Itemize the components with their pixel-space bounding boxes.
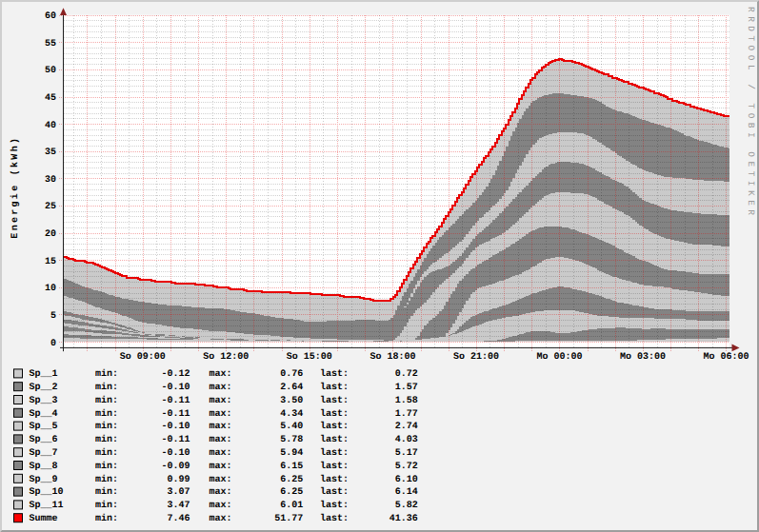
svg-text:min:: min: [95, 421, 118, 432]
svg-text:Sp__6: Sp__6 [30, 435, 58, 445]
svg-text:O: O [746, 113, 756, 119]
svg-text:So 18:00: So 18:00 [370, 352, 415, 363]
svg-text:Sp__7: Sp__7 [30, 448, 58, 459]
svg-text:5.78: 5.78 [280, 435, 303, 445]
svg-text:5.17: 5.17 [395, 448, 418, 459]
svg-text:last:: last: [320, 474, 349, 485]
svg-text:So 09:00: So 09:00 [120, 352, 166, 363]
svg-text:10: 10 [45, 284, 56, 294]
svg-text:6.15: 6.15 [280, 462, 303, 472]
svg-text:last:: last: [320, 382, 349, 393]
svg-text:min:: min: [95, 513, 118, 524]
svg-text:Sp__10: Sp__10 [30, 487, 64, 498]
svg-text:max:: max: [210, 435, 232, 445]
svg-text:Mo 06:00: Mo 06:00 [703, 352, 749, 363]
svg-text:1.77: 1.77 [395, 409, 418, 420]
svg-text:E: E [746, 200, 756, 206]
svg-text:O: O [746, 151, 756, 157]
svg-text:min:: min: [95, 408, 118, 420]
svg-text:-0.11: -0.11 [161, 409, 190, 420]
svg-text:51.77: 51.77 [274, 514, 303, 524]
svg-text:Mo 03:00: Mo 03:00 [620, 352, 666, 363]
svg-text:Sp__1: Sp__1 [30, 369, 58, 380]
svg-text:max:: max: [210, 396, 232, 406]
svg-text:0.76: 0.76 [280, 369, 303, 380]
svg-text:5.94: 5.94 [280, 448, 303, 459]
svg-text:Sp__11: Sp__11 [30, 501, 64, 511]
svg-text:min:: min: [95, 395, 118, 406]
svg-text:Mo 00:00: Mo 00:00 [536, 352, 582, 363]
svg-text:-0.10: -0.10 [161, 422, 190, 432]
svg-text:O: O [746, 55, 756, 61]
svg-text:So 12:00: So 12:00 [203, 352, 249, 363]
svg-text:last:: last: [320, 447, 349, 459]
svg-text:max:: max: [210, 462, 232, 472]
svg-text:-0.10: -0.10 [161, 383, 190, 393]
svg-text:last:: last: [320, 408, 349, 420]
svg-text:15: 15 [45, 257, 56, 267]
svg-text:41.36: 41.36 [389, 514, 418, 524]
svg-text:0.99: 0.99 [167, 475, 190, 485]
svg-text:2.64: 2.64 [280, 383, 303, 393]
svg-text:0: 0 [50, 339, 56, 349]
svg-text:max:: max: [210, 448, 232, 459]
svg-text:55: 55 [45, 39, 56, 49]
svg-text:6.10: 6.10 [395, 475, 418, 485]
svg-text:4.03: 4.03 [395, 435, 418, 445]
svg-text:6.25: 6.25 [280, 475, 303, 485]
svg-text:max:: max: [210, 514, 232, 524]
svg-text:min:: min: [95, 447, 118, 459]
svg-text:45: 45 [45, 93, 56, 104]
svg-text:L: L [746, 65, 756, 70]
svg-text:T: T [746, 104, 756, 109]
svg-text:-0.11: -0.11 [161, 396, 190, 406]
svg-text:So 21:00: So 21:00 [453, 352, 499, 363]
svg-text:max:: max: [210, 487, 232, 498]
svg-text:Sp__9: Sp__9 [30, 475, 58, 485]
svg-text:1.58: 1.58 [395, 396, 418, 406]
svg-text:min:: min: [95, 486, 118, 498]
svg-text:I: I [746, 181, 756, 187]
svg-text:min:: min: [95, 461, 118, 472]
svg-text:max:: max: [210, 475, 232, 485]
svg-text:max:: max: [210, 383, 232, 393]
svg-text:3.50: 3.50 [280, 396, 303, 406]
svg-text:I: I [746, 132, 756, 138]
svg-text:max:: max: [210, 369, 232, 380]
svg-text:0.72: 0.72 [395, 369, 418, 380]
svg-text:6.25: 6.25 [280, 487, 303, 498]
svg-text:50: 50 [45, 66, 56, 76]
svg-text:D: D [746, 26, 756, 31]
svg-text:Sp__3: Sp__3 [30, 396, 58, 406]
svg-text:5.40: 5.40 [280, 422, 303, 432]
svg-text:5.82: 5.82 [395, 501, 418, 511]
svg-text:max:: max: [210, 409, 232, 420]
svg-text:60: 60 [45, 11, 56, 22]
svg-text:last:: last: [320, 500, 349, 511]
svg-text:B: B [746, 123, 756, 128]
svg-text:R: R [746, 16, 756, 22]
svg-text:max:: max: [210, 501, 232, 511]
svg-text:last:: last: [320, 395, 349, 406]
svg-text:last:: last: [320, 368, 349, 380]
svg-text:-0.09: -0.09 [161, 462, 190, 472]
svg-text:20: 20 [45, 229, 56, 240]
svg-text:last:: last: [320, 421, 349, 432]
svg-text:E: E [746, 162, 756, 167]
svg-text:Sp__5: Sp__5 [30, 422, 58, 432]
svg-text:min:: min: [95, 434, 118, 445]
svg-text:Sp__8: Sp__8 [30, 462, 58, 472]
svg-text:Energie (kWh): Energie (kWh) [10, 136, 22, 239]
svg-text:last:: last: [320, 513, 349, 524]
svg-text:30: 30 [45, 175, 56, 186]
svg-text:1.57: 1.57 [395, 383, 418, 393]
svg-text:min:: min: [95, 474, 118, 485]
svg-text:So 15:00: So 15:00 [287, 352, 332, 363]
svg-text:3.07: 3.07 [167, 487, 190, 498]
svg-text:/: / [746, 84, 756, 89]
svg-text:min:: min: [95, 368, 118, 380]
svg-text:R: R [746, 7, 756, 12]
svg-text:2.74: 2.74 [395, 422, 418, 432]
svg-text:Sp__2: Sp__2 [30, 383, 58, 393]
svg-text:T: T [746, 35, 756, 41]
